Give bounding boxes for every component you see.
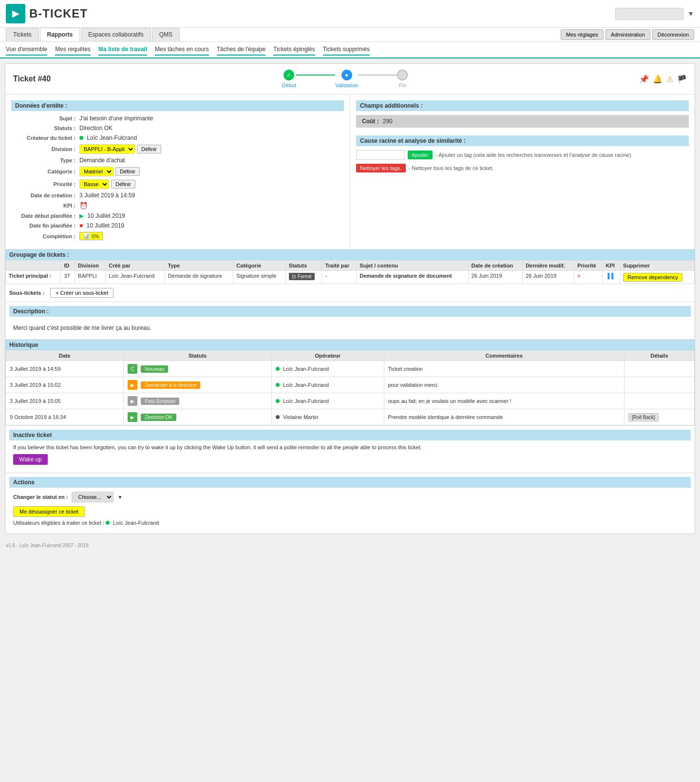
th-statuts: Statuts [285, 261, 322, 271]
deconnexion-button[interactable]: Déconnexion [652, 29, 694, 40]
sub-nav-epingles[interactable]: Tickets épinglés [273, 44, 315, 56]
sub-nav-liste[interactable]: Ma liste de travail [98, 44, 147, 56]
description-header: Description : [9, 306, 691, 317]
historique-row-3: 3 Juillet 2019 à 15:05 ▶ Post-Scriptum L… [6, 393, 695, 409]
donnees-entete-header: Données d'entête : [11, 100, 344, 111]
remove-dependency-button[interactable]: Remove dependency [623, 273, 682, 282]
mes-reglages-button[interactable]: Mes réglages [561, 29, 604, 40]
filter-icon[interactable]: ▼ [687, 10, 694, 18]
date-creation-value: 3 Juillet 2019 à 14:59 [79, 192, 135, 199]
categorie-select[interactable]: Matériel [79, 167, 114, 176]
type-row: Type : Demande d'achat [11, 157, 344, 164]
historique-section: Historique Date Statuts Opérateur Commen… [5, 339, 695, 425]
td-id: 37 [61, 271, 75, 284]
th-categorie: Catégorie [233, 261, 286, 271]
date-fin-row: Date fin planifiée : ■ 10 Juillet 2019 [11, 222, 344, 229]
inactive-section: Inactive ticket If you believe this tick… [5, 425, 695, 473]
hist-date-4: 9 Octobre 2019 à 16:34 [6, 409, 124, 425]
warning-icon[interactable]: ⚠ [666, 75, 673, 84]
rollback-badge[interactable]: [Roll Back] [628, 413, 659, 421]
step-validation-circle: ● [341, 70, 352, 80]
inactive-content: If you believe this ticket has been forg… [9, 440, 691, 469]
division-label: Division : [11, 146, 79, 152]
cout-label: Coût : [362, 118, 379, 125]
td-type: Demande de signature [165, 271, 233, 284]
completion-label: Complétion : [11, 233, 79, 239]
priorite-definir-button[interactable]: Définir [111, 180, 135, 189]
createur-value: Loïc Jean-Fulcrand [79, 134, 137, 141]
hist-icon-4: ▶ [128, 412, 137, 422]
cause-racine-header: Cause racine et analyse de similarité : [356, 135, 689, 146]
tab-qms[interactable]: QMS [152, 28, 180, 41]
sub-nav-requetes[interactable]: Mes requêtes [55, 44, 91, 56]
actions-header: Actions [9, 477, 691, 488]
th-date: Date [6, 351, 124, 361]
ticket-icons: 📌 🔔 ⚠ 🏴 [639, 75, 687, 84]
priorite-label: Priorité : [11, 181, 79, 187]
sub-nav-equipe[interactable]: Tâches de l'équipe [217, 44, 265, 56]
td-kpi: ▐▐ [603, 271, 620, 284]
ticket-principal-label: Ticket principal : [6, 271, 61, 284]
td-statuts: ⊡ Fermé [285, 271, 322, 284]
sub-nav-taches[interactable]: Mes tâches en cours [155, 44, 209, 56]
historique-row-2: 3 Juillet 2019 à 15:02 ▶ Demander à la d… [6, 377, 695, 393]
hist-date-2: 3 Juillet 2019 à 15:02 [6, 377, 124, 393]
type-label: Type : [11, 157, 79, 163]
kpi-icon: ⏰ [79, 202, 88, 210]
progress-line-2 [358, 75, 397, 76]
th-derniere-modif: Dernière modif. [523, 261, 574, 271]
groupage-table-header-row: ID Division Créé par Type Catégorie Stat… [6, 261, 695, 271]
col-left: Données d'entête : Sujet : J'ai besoin d… [5, 95, 350, 249]
hist-icon-3: ▶ [128, 396, 137, 406]
bell-icon[interactable]: 🔔 [653, 75, 662, 84]
op-dot-2 [276, 383, 280, 387]
division-definir-button[interactable]: Définir [137, 145, 161, 153]
eligible-label: Utilisateurs éligibles à traiter ce tick… [13, 520, 104, 526]
col-right: Champs additionnels : Coût : 290 Cause r… [350, 95, 695, 249]
choose-select[interactable]: Choose... [72, 492, 114, 502]
groupage-header: Groupage de tickets : [5, 249, 695, 260]
hist-op-1: Loïc Jean-Fulcrand [271, 361, 384, 377]
sub-nav-supprimes[interactable]: Tickets supprimés [323, 44, 370, 56]
th-id: ID [61, 261, 75, 271]
creer-sous-ticket-button[interactable]: + Créer un sous-ticket [50, 288, 114, 298]
categorie-row: Catégorie : Matériel Définir [11, 167, 344, 176]
administration-button[interactable]: Administration [605, 29, 650, 40]
hist-comment-2: pour validation merci [384, 377, 624, 393]
step-fin-circle [397, 70, 408, 80]
priorite-select[interactable]: Basse [79, 179, 109, 189]
th-traite-par: Traité par [322, 261, 357, 271]
step-debut: ✓ Début [282, 70, 296, 88]
hist-comment-4: Prendre modèle identique à dernière comm… [384, 409, 624, 425]
logo: ▶ B-TICKET [6, 4, 88, 23]
sub-nav-vue[interactable]: Vue d'ensemble [6, 44, 47, 56]
categorie-definir-button[interactable]: Définir [115, 167, 140, 176]
flag-icon[interactable]: 🏴 [677, 75, 687, 84]
division-select[interactable]: BAPPLI - B-Appli [79, 144, 135, 154]
priorite-row: Priorité : Basse Définir [11, 179, 344, 189]
groupage-section: Groupage de tickets : ID Division Créé p… [5, 249, 695, 302]
search-input[interactable] [615, 8, 683, 20]
td-division: BAPPLI [75, 271, 106, 284]
ajouter-button[interactable]: Ajouter [408, 151, 433, 159]
pin-icon[interactable]: 📌 [639, 75, 649, 84]
tag-input[interactable] [356, 150, 405, 160]
nettoyer-button[interactable]: Nettoyer les tags. [356, 164, 406, 172]
createur-label: Créateur du ticket : [11, 135, 79, 141]
sub-nav: Vue d'ensemble Mes requêtes Ma liste de … [0, 42, 700, 58]
tab-tickets[interactable]: Tickets [6, 28, 39, 41]
nav-right-buttons: Mes réglages Administration Déconnexion [561, 29, 694, 40]
eligible-user: Loïc Jean-Fulcrand [113, 520, 159, 526]
sujet-label: Sujet : [11, 115, 79, 121]
tab-espaces[interactable]: Espaces collaboratifs [81, 28, 151, 41]
champs-additionnels-header: Champs additionnels : [356, 100, 689, 111]
tab-rapports[interactable]: Rapports [40, 28, 80, 41]
date-fin-label: Date fin planifiée : [11, 223, 79, 229]
desassigner-button[interactable]: Me déssasigner ce ticket [13, 506, 85, 517]
completion-badge: 📊 0% [79, 232, 103, 240]
op-dot-3 [276, 399, 280, 403]
description-text: Merci quand c'est possible de me livrer … [9, 321, 691, 335]
wakeup-button[interactable]: Wake up [13, 454, 48, 465]
historique-row-1: 3 Juillet 2019 à 14:59 C Nouveau Loïc Je… [6, 361, 695, 377]
th-kpi: KPI [603, 261, 620, 271]
